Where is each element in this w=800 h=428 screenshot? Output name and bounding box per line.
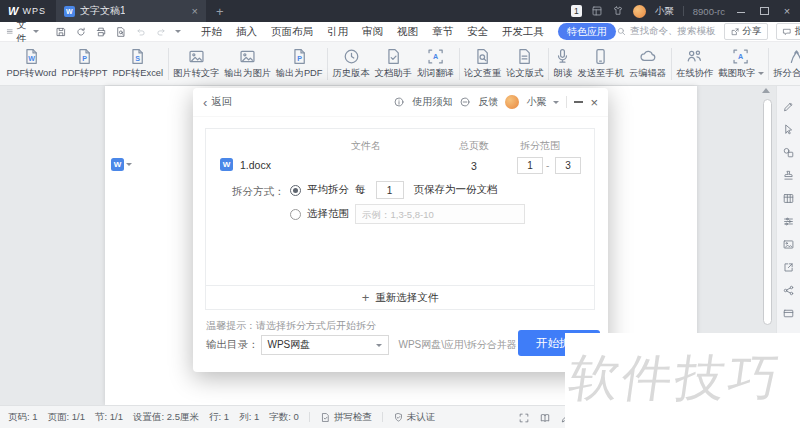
radio-unselected-icon[interactable] (290, 209, 301, 220)
feedback-icon[interactable] (459, 96, 471, 108)
radio-selected-icon[interactable] (290, 185, 301, 196)
split-mode-label: 拆分方式： (232, 185, 285, 199)
ribbon-item-split-merge[interactable]: 拆分合并器 (771, 45, 800, 82)
ribbon-item-pdf-to-excel[interactable]: S PDF转Excel (110, 45, 166, 82)
view-mode-controls (518, 406, 572, 428)
pages-per-doc-input[interactable] (376, 181, 404, 199)
scroll-up-arrow-icon[interactable] (762, 88, 770, 93)
fullscreen-icon[interactable] (518, 412, 530, 424)
cert-status[interactable]: 未认证 (393, 411, 436, 424)
ribbon-item-export-as-image[interactable]: 输出为图片 (222, 45, 273, 82)
vertical-scrollbar-thumb[interactable] (763, 99, 772, 325)
usage-notice-link[interactable]: 使用须知 (412, 95, 452, 109)
document-tab[interactable]: W 文字文稿1 × (56, 0, 206, 22)
tab-special-features[interactable]: 特色应用 (558, 23, 616, 40)
select-range-option[interactable]: 选择范围 (290, 204, 525, 224)
menubar: 文件 开始 插入 页面布局 引用 审阅 视图 章节 安全 开发工具 特色应用 (0, 22, 800, 42)
image-icon[interactable] (782, 238, 795, 251)
ribbon-item-online-collab[interactable]: 在线协作 (674, 45, 716, 82)
dialog-close-button[interactable]: × (590, 96, 598, 109)
new-tab-button[interactable]: + (206, 4, 234, 19)
avatar[interactable] (633, 5, 646, 18)
close-button[interactable]: × (780, 0, 794, 22)
quick-toolbar-more-icon[interactable] (175, 30, 181, 33)
command-search[interactable]: 查找命令、搜索模板 (616, 25, 716, 38)
table-row: W 1.docx (220, 158, 271, 171)
save-icon[interactable] (55, 26, 67, 38)
column-header-filename: 文件名 (324, 139, 408, 153)
sync-icon[interactable] (75, 26, 87, 38)
ribbon-item-screenshot-ocr[interactable]: A 截图取字 (716, 45, 766, 82)
range-spec-input[interactable] (355, 204, 525, 224)
shapes-icon[interactable] (782, 146, 795, 159)
output-dir-value: WPS网盘 (268, 338, 311, 352)
range-start-input[interactable] (517, 157, 543, 174)
back-button[interactable]: ‹ 返回 (203, 95, 232, 109)
ribbon-item-paper-format[interactable]: 论文版式 (504, 45, 546, 82)
table-icon[interactable] (782, 192, 795, 205)
tab-close-icon[interactable]: × (191, 5, 197, 17)
print-icon[interactable] (95, 26, 107, 38)
average-split-option[interactable]: 平均拆分 每 页保存为一份文档 (290, 180, 498, 200)
tab-home[interactable]: 开始 (201, 25, 222, 39)
skin-icon[interactable] (612, 5, 624, 17)
read-layout-icon[interactable] (539, 412, 551, 424)
floating-quick-tool[interactable]: W (111, 158, 132, 171)
info-icon[interactable] (393, 96, 405, 108)
tab-section[interactable]: 章节 (432, 25, 453, 39)
avatar[interactable] (505, 95, 519, 109)
tab-security[interactable]: 安全 (467, 25, 488, 39)
ribbon-item-send-to-phone[interactable]: 发送至手机 (575, 45, 626, 82)
range-end-input[interactable] (555, 157, 581, 174)
ribbon-item-doc-assistant[interactable]: 文档助手 (372, 45, 414, 82)
divider (683, 6, 684, 16)
split-merge-icon (787, 47, 800, 66)
ribbon-item-paper-check[interactable]: 论文查重 (462, 45, 504, 82)
tab-insert[interactable]: 插入 (236, 25, 257, 39)
docer-template-icon[interactable] (591, 5, 603, 17)
undo-icon[interactable] (135, 26, 147, 38)
ribbon-separator (168, 48, 169, 80)
spellcheck-toggle[interactable]: 拼写检查 (320, 411, 372, 424)
build-label: 8900-rc (693, 6, 725, 17)
edit-pen-icon[interactable] (782, 100, 795, 113)
ribbon-item-read-aloud[interactable]: 朗读 (551, 45, 575, 82)
stamp-icon[interactable] (782, 169, 795, 182)
total-pages-value: 3 (442, 160, 506, 172)
tab-page-layout[interactable]: 页面布局 (271, 25, 313, 39)
tab-review[interactable]: 审阅 (362, 25, 383, 39)
feedback-link[interactable]: 反馈 (478, 95, 498, 109)
tab-dev-tools[interactable]: 开发工具 (502, 25, 544, 39)
ribbon-separator (671, 48, 672, 80)
print-preview-icon[interactable] (115, 26, 127, 38)
restore-button[interactable] (757, 0, 771, 22)
share-button[interactable]: 分享 (724, 23, 768, 40)
status-word-count[interactable]: 字数: 0 (269, 411, 299, 424)
reselect-files-button[interactable]: + 重新选择文件 (206, 285, 594, 309)
ribbon-item-pdf-to-ppt[interactable]: P PDF转PPT (59, 45, 110, 82)
ribbon-item-export-as-pdf[interactable]: P 输出为PDF (274, 45, 326, 82)
ribbon-item-pdf-to-word[interactable]: W PDF转Word (4, 45, 59, 82)
username-label[interactable]: 小聚 (655, 5, 674, 18)
tab-view[interactable]: 视图 (397, 25, 418, 39)
cursor-icon[interactable] (782, 123, 795, 136)
minimize-button[interactable] (734, 0, 748, 22)
ribbon-item-cloud-editor[interactable]: 云编辑器 (626, 45, 668, 82)
redo-icon[interactable] (155, 26, 167, 38)
sliders-icon[interactable] (782, 215, 795, 228)
ribbon-item-history-versions[interactable]: 历史版本 (330, 45, 372, 82)
tab-references[interactable]: 引用 (327, 25, 348, 39)
divider (566, 96, 567, 108)
output-dir-select[interactable]: WPS网盘 (261, 335, 389, 355)
ribbon-item-image-to-text[interactable]: 图片转文字 (171, 45, 222, 82)
ribbon-item-word-translate[interactable]: A 划词翻译 (414, 45, 456, 82)
svg-text:S: S (135, 55, 140, 63)
comment-button[interactable]: 批注 (776, 23, 800, 40)
dialog-minimize-button[interactable] (574, 101, 583, 103)
card-icon[interactable] (782, 307, 795, 320)
export-icon[interactable] (782, 261, 795, 274)
window-count-badge[interactable]: 1 (571, 5, 582, 17)
relation-icon[interactable] (782, 284, 795, 297)
share-label: 分享 (743, 25, 762, 38)
dialog-username[interactable]: 小聚 (526, 95, 546, 109)
